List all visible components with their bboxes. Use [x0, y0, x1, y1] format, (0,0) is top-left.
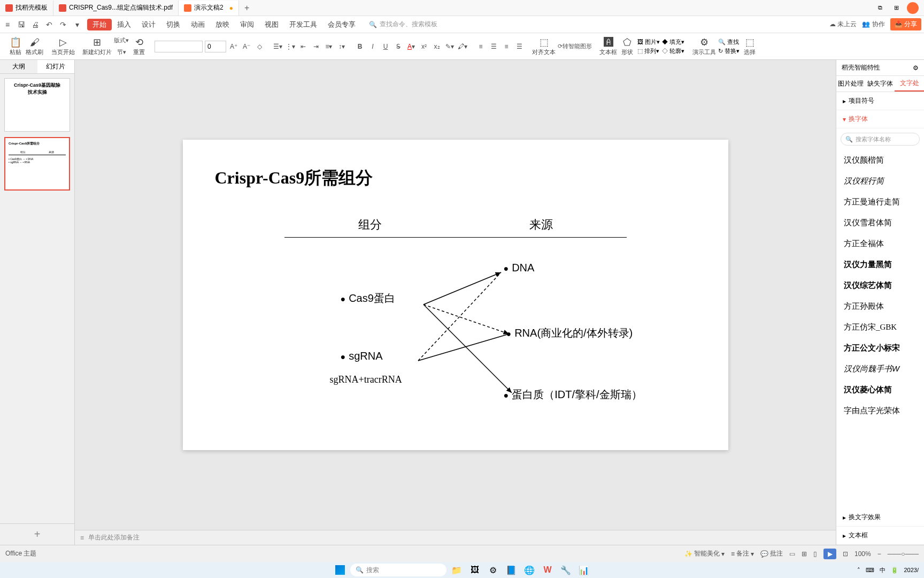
- font-item[interactable]: 汉仪程行简: [836, 171, 924, 192]
- font-size-select[interactable]: [205, 41, 226, 52]
- menu-insert[interactable]: 插入: [112, 16, 136, 33]
- tab-templates[interactable]: 找稻壳模板: [0, 1, 53, 16]
- menu-search[interactable]: 🔍 查找命令、搜索模板: [369, 20, 437, 29]
- arrange-button[interactable]: ⬚ 排列▾: [637, 47, 660, 55]
- replace-button[interactable]: ↻ 替换▾: [718, 47, 740, 55]
- task-wps[interactable]: W: [540, 563, 556, 577]
- font-item[interactable]: 汉仪综艺体简: [836, 275, 924, 296]
- item-sub[interactable]: sgRNA+tracrRNA: [330, 374, 402, 385]
- underline-button[interactable]: U: [380, 41, 391, 52]
- picture-button[interactable]: 🖼 图片▾: [637, 38, 660, 46]
- align-text-button[interactable]: ⬚对齐文本: [532, 35, 556, 58]
- highlight-color-button[interactable]: 🖍▾: [457, 41, 468, 52]
- indent-increase-button[interactable]: ⇥: [311, 41, 321, 52]
- menu-animation[interactable]: 动画: [186, 16, 210, 33]
- smart-beautify-button[interactable]: ✨智能美化▾: [684, 549, 725, 558]
- format-painter-button[interactable]: 🖌格式刷: [26, 35, 43, 58]
- tray-battery-icon[interactable]: 🔋: [891, 567, 898, 574]
- view-sorter-icon[interactable]: ⊞: [802, 550, 807, 558]
- undo-icon[interactable]: ↶: [44, 20, 54, 29]
- apps-icon[interactable]: ⊞: [891, 3, 902, 13]
- font-item[interactable]: 方正曼迪行走简: [836, 192, 924, 212]
- layout-button[interactable]: 版式▾: [114, 35, 129, 46]
- font-item[interactable]: 方正全福体: [836, 233, 924, 254]
- tray-input-icon[interactable]: ⌨: [866, 567, 874, 574]
- section-text-effect[interactable]: ▸ 换文字效果: [836, 508, 924, 527]
- select-button[interactable]: ⬚选择: [742, 35, 758, 58]
- task-app-2[interactable]: 🖼: [467, 563, 483, 577]
- start-button[interactable]: [332, 563, 348, 577]
- font-select[interactable]: [155, 41, 203, 52]
- gear-icon[interactable]: ⚙: [913, 64, 919, 72]
- menu-icon[interactable]: ≡: [3, 20, 12, 29]
- superscript-button[interactable]: x²: [419, 41, 429, 52]
- align-justify-button[interactable]: ☰: [514, 41, 525, 52]
- align-center-button[interactable]: ☰: [488, 41, 499, 52]
- find-button[interactable]: 🔍 查找: [718, 38, 740, 46]
- zoom-slider[interactable]: ───○───: [888, 550, 919, 558]
- line-spacing-button[interactable]: ≡▾: [324, 41, 334, 52]
- highlight-button[interactable]: ✎▾: [444, 41, 455, 52]
- increase-font-button[interactable]: A⁺: [228, 41, 239, 52]
- font-item[interactable]: 汉仪尚魏手书W: [836, 359, 924, 379]
- align-right-button[interactable]: ≡: [501, 41, 512, 52]
- menu-view[interactable]: 视图: [259, 16, 284, 33]
- tab-image[interactable]: 图片处理: [836, 76, 866, 92]
- slides-tab[interactable]: 幻灯片: [37, 60, 75, 73]
- paste-button[interactable]: 📋粘贴: [7, 35, 24, 58]
- zoom-level[interactable]: 100%: [854, 550, 871, 558]
- task-app-4[interactable]: 📘: [503, 563, 519, 577]
- menu-review[interactable]: 审阅: [235, 16, 259, 33]
- thumbnail-1[interactable]: Crispr-Cas9基因敲除 技术实操: [4, 78, 70, 132]
- tools-button[interactable]: ⚙演示工具: [692, 35, 716, 58]
- italic-button[interactable]: I: [367, 41, 378, 52]
- window-mode-icon[interactable]: ⧉: [875, 3, 886, 13]
- task-app-3[interactable]: ⚙: [485, 563, 501, 577]
- subscript-button[interactable]: x₂: [432, 41, 442, 52]
- decrease-font-button[interactable]: A⁻: [241, 41, 252, 52]
- share-button[interactable]: 📤 分享: [890, 18, 921, 31]
- menu-start[interactable]: 开始: [87, 19, 112, 31]
- tab-presentation[interactable]: 演示文稿2 ●: [179, 1, 239, 16]
- clear-format-button[interactable]: ◇: [254, 41, 265, 52]
- indent-decrease-button[interactable]: ⇤: [298, 41, 309, 52]
- menu-dev[interactable]: 开发工具: [284, 16, 322, 33]
- font-item[interactable]: 汉仪颜楷简: [836, 150, 924, 171]
- dropdown-icon[interactable]: ▾: [72, 20, 82, 29]
- task-app-1[interactable]: 📁: [449, 563, 465, 577]
- item-dna[interactable]: ●DNA: [504, 262, 535, 274]
- numbering-button[interactable]: ⋮▾: [285, 41, 296, 52]
- menu-play[interactable]: 放映: [210, 16, 235, 33]
- bullets-button[interactable]: ☰▾: [272, 41, 283, 52]
- new-slide-button[interactable]: ⊞新建幻灯片: [82, 35, 112, 58]
- redo-icon[interactable]: ↷: [58, 20, 68, 29]
- notes-bar[interactable]: ≡ 单击此处添加备注: [75, 530, 836, 545]
- header-source[interactable]: 来源: [529, 217, 553, 233]
- font-list[interactable]: 汉仪颜楷简 汉仪程行简 方正曼迪行走简 汉仪雪君体简 方正全福体 汉仪力量黑简 …: [836, 150, 924, 508]
- fill-button[interactable]: ◆ 填充▾: [662, 38, 684, 46]
- cloud-status[interactable]: ☁ 未上云: [829, 20, 857, 29]
- font-item[interactable]: 方正公文小标宋: [836, 338, 924, 359]
- add-slide-button[interactable]: +: [0, 523, 74, 545]
- font-item[interactable]: 字由点字光荣体: [836, 400, 924, 421]
- section-change-font[interactable]: ▾ 换字体: [836, 110, 924, 128]
- section-bullets[interactable]: ▸ 项目符号: [836, 92, 924, 110]
- strikethrough-button[interactable]: S̶: [393, 41, 404, 52]
- print-icon[interactable]: 🖨: [30, 20, 40, 29]
- align-left-button[interactable]: ≡: [475, 41, 486, 52]
- tab-font-missing[interactable]: 缺失字体: [866, 76, 895, 92]
- comment-button[interactable]: 💬批注: [760, 549, 783, 558]
- tray-ime-icon[interactable]: 中: [880, 566, 886, 574]
- tab-text[interactable]: 文字处: [895, 76, 924, 92]
- task-edge[interactable]: 🌐: [521, 563, 537, 577]
- task-app-5[interactable]: 🔧: [558, 563, 574, 577]
- font-item[interactable]: 汉仪力量黑简: [836, 254, 924, 275]
- slide[interactable]: Crispr-Cas9所需组分 组分 来源: [183, 140, 728, 450]
- font-color-button[interactable]: A▾: [406, 41, 417, 52]
- collab-button[interactable]: 👥 协作: [862, 20, 884, 29]
- save-icon[interactable]: 🖫: [17, 20, 26, 29]
- canvas-wrap[interactable]: Crispr-Cas9所需组分 组分 来源: [75, 60, 836, 530]
- add-tab-button[interactable]: +: [239, 3, 255, 13]
- item-rna[interactable]: ●RNA(商业化的/体外转录): [506, 326, 633, 340]
- outline-button[interactable]: ◇ 轮廓▾: [662, 47, 684, 55]
